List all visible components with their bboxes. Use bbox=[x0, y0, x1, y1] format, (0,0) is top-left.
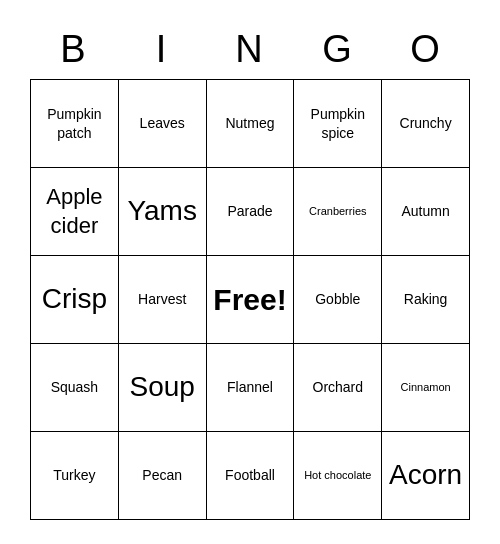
cell-text: Turkey bbox=[53, 466, 95, 484]
cell-text: Free! bbox=[213, 280, 286, 319]
cell-text: Leaves bbox=[140, 114, 185, 132]
cell-text: Yams bbox=[127, 193, 197, 229]
header-letter: O bbox=[382, 24, 470, 75]
bingo-cell: Raking bbox=[382, 256, 470, 344]
bingo-cell: Yams bbox=[119, 168, 207, 256]
bingo-cell: Soup bbox=[119, 344, 207, 432]
cell-text: Nutmeg bbox=[225, 114, 274, 132]
cell-text: Parade bbox=[227, 202, 272, 220]
cell-text: Harvest bbox=[138, 290, 186, 308]
cell-text: Gobble bbox=[315, 290, 360, 308]
cell-text: Squash bbox=[51, 378, 98, 396]
bingo-cell: Nutmeg bbox=[207, 80, 295, 168]
bingo-cell: Pumpkin spice bbox=[294, 80, 382, 168]
cell-text: Raking bbox=[404, 290, 448, 308]
bingo-cell: Cranberries bbox=[294, 168, 382, 256]
bingo-cell: Harvest bbox=[119, 256, 207, 344]
header-letter: B bbox=[30, 24, 118, 75]
cell-text: Flannel bbox=[227, 378, 273, 396]
cell-text: Cranberries bbox=[309, 204, 366, 218]
header-letter: I bbox=[118, 24, 206, 75]
bingo-cell: Football bbox=[207, 432, 295, 520]
bingo-cell: Autumn bbox=[382, 168, 470, 256]
cell-text: Autumn bbox=[401, 202, 449, 220]
cell-text: Pumpkin patch bbox=[35, 105, 114, 141]
cell-text: Apple cider bbox=[35, 183, 114, 240]
bingo-grid: Pumpkin patchLeavesNutmegPumpkin spiceCr… bbox=[30, 79, 470, 520]
cell-text: Soup bbox=[129, 369, 194, 405]
bingo-cell: Leaves bbox=[119, 80, 207, 168]
cell-text: Orchard bbox=[313, 378, 364, 396]
bingo-cell: Parade bbox=[207, 168, 295, 256]
bingo-cell: Apple cider bbox=[31, 168, 119, 256]
bingo-cell: Crunchy bbox=[382, 80, 470, 168]
bingo-header: BINGO bbox=[30, 24, 470, 75]
cell-text: Pecan bbox=[142, 466, 182, 484]
cell-text: Crunchy bbox=[400, 114, 452, 132]
cell-text: Hot chocolate bbox=[304, 468, 371, 482]
bingo-cell: Flannel bbox=[207, 344, 295, 432]
bingo-cell: Acorn bbox=[382, 432, 470, 520]
cell-text: Football bbox=[225, 466, 275, 484]
bingo-cell: Turkey bbox=[31, 432, 119, 520]
bingo-cell: Pecan bbox=[119, 432, 207, 520]
header-letter: G bbox=[294, 24, 382, 75]
bingo-card: BINGO Pumpkin patchLeavesNutmegPumpkin s… bbox=[20, 14, 480, 530]
bingo-cell: Gobble bbox=[294, 256, 382, 344]
bingo-cell: Hot chocolate bbox=[294, 432, 382, 520]
cell-text: Crisp bbox=[42, 281, 107, 317]
bingo-cell: Orchard bbox=[294, 344, 382, 432]
bingo-cell: Pumpkin patch bbox=[31, 80, 119, 168]
cell-text: Pumpkin spice bbox=[298, 105, 377, 141]
header-letter: N bbox=[206, 24, 294, 75]
bingo-cell: Crisp bbox=[31, 256, 119, 344]
bingo-cell: Free! bbox=[207, 256, 295, 344]
bingo-cell: Squash bbox=[31, 344, 119, 432]
cell-text: Cinnamon bbox=[401, 380, 451, 394]
bingo-cell: Cinnamon bbox=[382, 344, 470, 432]
cell-text: Acorn bbox=[389, 457, 462, 493]
